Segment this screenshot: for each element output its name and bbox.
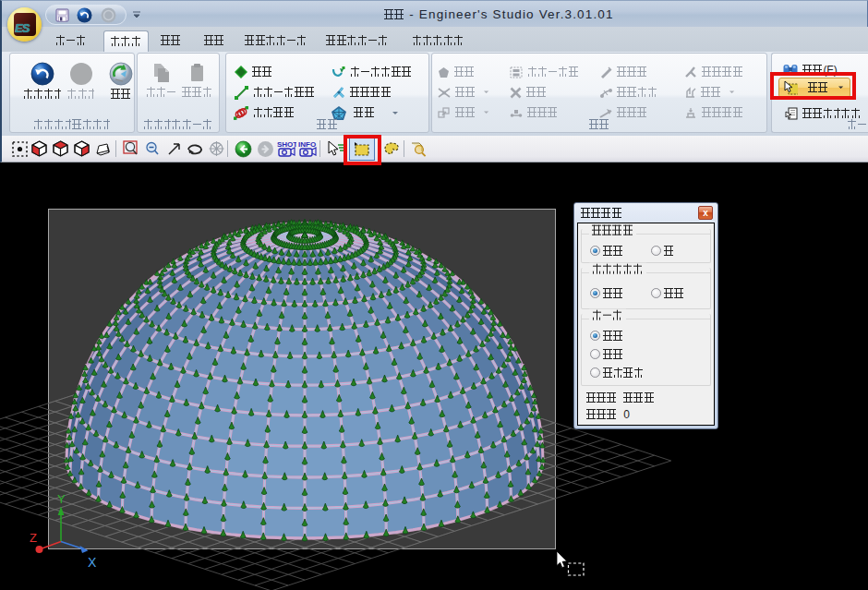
- svg-text:Z: Z: [30, 531, 37, 545]
- svg-text:SHOT: SHOT: [277, 140, 296, 149]
- svg-text:Y: Y: [57, 492, 66, 506]
- svg-text:INFO: INFO: [298, 140, 316, 149]
- svg-text:X: X: [88, 555, 97, 570]
